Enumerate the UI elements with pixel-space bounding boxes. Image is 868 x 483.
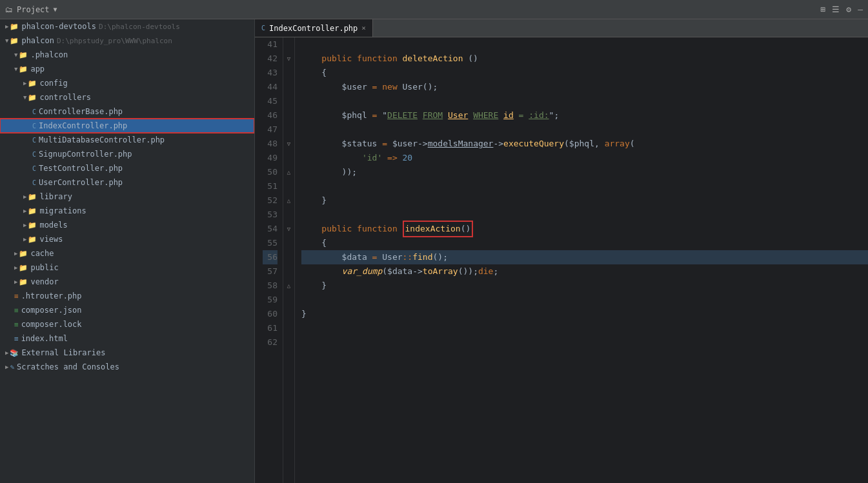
sidebar-item-dot-phalcon[interactable]: ▼ 📁 .phalcon xyxy=(0,48,254,62)
folder-icon: 📁 xyxy=(28,221,37,230)
sql-space xyxy=(418,108,423,123)
method-toarray: toArray xyxy=(423,264,458,279)
line-num-45: 45 xyxy=(263,94,278,108)
op-assign: = xyxy=(372,80,383,94)
var-user2: $user-> xyxy=(392,137,428,151)
code-line-59 xyxy=(301,293,868,307)
sidebar-item-composer-lock[interactable]: ≡ composer.lock xyxy=(0,317,254,331)
line-num-59: 59 xyxy=(263,293,278,307)
fold-gutter: ▽ ▽ △ △ ▽ xyxy=(283,37,295,483)
code-line-49: 'id' => 20 xyxy=(301,151,868,165)
sidebar-item-phalcon[interactable]: ▼ 📁 phalcon D:\phpstudy_pro\WWW\phalcon xyxy=(0,34,254,48)
sidebar-item-controllers[interactable]: ▼ 📁 controllers xyxy=(0,90,254,104)
sidebar-item-public[interactable]: ▶ 📁 public xyxy=(0,261,254,275)
sidebar-item-external-libraries[interactable]: ▶ 📚 External Libraries xyxy=(0,346,254,360)
class-user-56: User xyxy=(382,250,402,264)
var-user: $user xyxy=(301,80,372,94)
php-file-icon: C xyxy=(32,123,36,130)
folder-icon: 📁 xyxy=(28,193,37,201)
php-file-icon: C xyxy=(32,137,36,144)
sidebar-item-multidatabase[interactable]: C MultiDatabaseController.php xyxy=(0,133,254,147)
line-num-53: 53 xyxy=(263,208,278,222)
sidebar-item-phalcon-devtools[interactable]: ▶ 📁 phalcon-devtools D:\phalcon-devtools xyxy=(0,19,254,34)
minimize-icon[interactable]: — xyxy=(858,5,863,14)
sidebar-item-controllerbase[interactable]: C ControllerBase.php xyxy=(0,104,254,119)
sidebar-item-index-html[interactable]: ≡ index.html xyxy=(0,331,254,346)
kw-die: die xyxy=(478,264,493,279)
sidebar-item-app[interactable]: ▼ 📁 app xyxy=(0,62,254,76)
sidebar-item-htrouter[interactable]: ≡ .htrouter.php xyxy=(0,289,254,303)
folder-icon: 📁 xyxy=(19,278,28,286)
expand-arrow-icon: ▶ xyxy=(14,250,17,257)
expand-arrow-icon: ▶ xyxy=(5,350,8,356)
folder-icon: 📁 xyxy=(10,37,19,45)
var-data: $data xyxy=(301,250,372,264)
folder-icon: 📁 xyxy=(19,65,28,74)
code-line-44: $user = new User(); xyxy=(301,80,868,94)
folder-icon: 📁 xyxy=(19,51,28,59)
sidebar-item-label: public xyxy=(30,263,58,272)
tab-indexcontroller[interactable]: C IndexController.php × xyxy=(255,19,373,37)
project-dropdown-arrow[interactable]: ▼ xyxy=(54,6,57,13)
list-view-icon[interactable]: ☰ xyxy=(832,5,840,14)
tab-label: IndexController.php xyxy=(269,24,358,33)
sidebar-item-scratches[interactable]: ▶ ✎ Scratches and Consoles xyxy=(0,360,254,374)
sidebar-item-user[interactable]: C UserController.php xyxy=(0,175,254,190)
code-text-area[interactable]: public function deleteAction () { $user … xyxy=(295,37,868,483)
folder-icon: 📁 xyxy=(10,23,19,31)
sidebar-item-test[interactable]: C TestController.php xyxy=(0,161,254,175)
method-execute-query: executeQuery xyxy=(503,137,564,151)
library-icon: 📚 xyxy=(10,349,19,357)
code-editor[interactable]: 41 42 43 44 45 46 47 48 49 50 51 52 53 5… xyxy=(255,37,868,483)
sidebar-item-label: vendor xyxy=(30,277,58,286)
expand-arrow-icon: ▶ xyxy=(23,222,26,228)
title-bar: 🗂 Project ▼ ⊞ ☰ ⚙ — xyxy=(0,0,868,19)
tab-close-button[interactable]: × xyxy=(361,24,366,32)
sidebar-item-models[interactable]: ▶ 📁 models xyxy=(0,218,254,232)
sidebar-item-label: .phalcon xyxy=(30,50,68,59)
sql-id: id xyxy=(503,108,514,123)
editor-area: C IndexController.php × 41 42 43 44 45 4… xyxy=(255,19,868,483)
line-num-48: 48 xyxy=(263,137,278,151)
main-layout: ▶ 📁 phalcon-devtools D:\phalcon-devtools… xyxy=(0,19,868,483)
fn-indexAction: indexAction xyxy=(405,224,461,233)
line-num-58: 58 xyxy=(263,279,278,293)
fold-marker-54[interactable]: ▽ xyxy=(287,226,290,232)
sidebar-item-label: Scratches and Consoles xyxy=(17,362,119,371)
project-sidebar: ▶ 📁 phalcon-devtools D:\phalcon-devtools… xyxy=(0,19,255,483)
line-num-60: 60 xyxy=(263,307,278,321)
fold-marker-50[interactable]: △ xyxy=(287,169,290,175)
op-eq-56: = xyxy=(372,250,383,264)
line-num-46: 46 xyxy=(263,108,278,123)
sidebar-item-migrations[interactable]: ▶ 📁 migrations xyxy=(0,204,254,218)
code-line-45 xyxy=(301,94,868,108)
expand-arrow-icon: ▼ xyxy=(5,37,8,44)
sidebar-item-library[interactable]: ▶ 📁 library xyxy=(0,190,254,204)
code-line-50: )); xyxy=(301,165,868,179)
scratches-icon: ✎ xyxy=(10,363,14,371)
collapse-arrow-icon: ▼ xyxy=(14,52,17,58)
fold-marker-58[interactable]: △ xyxy=(287,282,290,289)
project-label[interactable]: Project xyxy=(17,5,50,14)
sidebar-item-composer-json[interactable]: ≡ composer.json xyxy=(0,303,254,317)
sidebar-item-views[interactable]: ▶ 📁 views xyxy=(0,232,254,246)
sidebar-item-label: library xyxy=(39,192,72,201)
sidebar-item-vendor[interactable]: ▶ 📁 vendor xyxy=(0,275,254,289)
sidebar-item-signup[interactable]: C SignupController.php xyxy=(0,147,254,161)
fold-marker-52[interactable]: △ xyxy=(287,197,290,204)
settings-icon[interactable]: ⚙ xyxy=(846,5,851,14)
str-quote-close: "; xyxy=(549,108,560,123)
sidebar-item-cache[interactable]: ▶ 📁 cache xyxy=(0,246,254,261)
brace-close-52: } xyxy=(301,193,327,208)
expand-arrow-icon: ▶ xyxy=(23,236,26,242)
sidebar-item-config[interactable]: ▶ 📁 config xyxy=(0,76,254,90)
title-bar-icons: ⊞ ☰ ⚙ — xyxy=(821,5,863,14)
sidebar-item-label: controllers xyxy=(39,93,90,102)
fold-marker-42[interactable]: ▽ xyxy=(287,55,290,62)
fold-marker-48[interactable]: ▽ xyxy=(287,141,290,147)
folder-icon: 📁 xyxy=(19,264,28,272)
grid-view-icon[interactable]: ⊞ xyxy=(821,5,826,14)
sidebar-item-indexcontroller[interactable]: C IndexController.php xyxy=(0,119,254,133)
sql-from: FROM xyxy=(423,108,443,123)
line-num-54: 54 xyxy=(263,222,278,236)
